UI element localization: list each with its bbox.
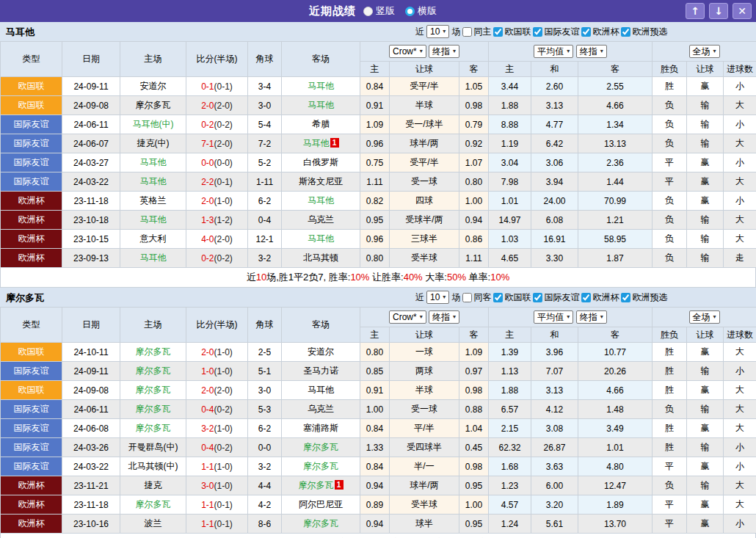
- full-match-select[interactable]: 全场▾: [689, 45, 720, 58]
- fulltime-score: 3-2: [201, 424, 214, 434]
- league-filter[interactable]: 国际友谊: [533, 26, 579, 38]
- close-button[interactable]: ✕: [733, 3, 752, 19]
- crow-home-odds-cell: 0.75: [360, 153, 390, 172]
- fulltime-score: 2-0: [201, 196, 214, 206]
- away-team-cell: 马耳他: [282, 77, 360, 96]
- layout-option-vertical[interactable]: 竖版: [363, 4, 395, 18]
- odds-stage-select-2[interactable]: 终指▾: [576, 45, 607, 58]
- layout-radio-vertical[interactable]: [363, 7, 373, 16]
- avg-away-odds-cell: 1.44: [578, 172, 653, 192]
- col-type-header: 类型: [1, 42, 62, 77]
- avg-draw-odds-cell: 3.30: [531, 249, 578, 268]
- competition-type-cell: 欧洲杯: [1, 495, 62, 515]
- date-cell: 24-09-11: [62, 77, 120, 96]
- avg-home-odds-cell: 6.57: [489, 400, 531, 419]
- league-checkbox[interactable]: [621, 27, 630, 37]
- fulltime-score: 1-3: [201, 215, 214, 225]
- fulltime-score: 0-2: [201, 253, 214, 263]
- league-filter[interactable]: 欧国联: [493, 291, 531, 304]
- filter-bar: 近 10▾ 场 同主 欧国联国际友谊欧洲杯欧洲预选: [415, 24, 667, 39]
- odds-stage-select-2[interactable]: 终指▾: [576, 310, 607, 324]
- date-cell: 24-03-27: [62, 153, 120, 172]
- average-group-header: 平均值▾ 终指▾: [489, 42, 653, 62]
- col-crow-away-header: 客: [459, 327, 489, 343]
- result-cell: 负: [653, 211, 687, 230]
- layout-option-horizontal[interactable]: 横版: [405, 4, 437, 18]
- crow-away-odds-cell: 0.98: [459, 96, 489, 115]
- full-match-select[interactable]: 全场▾: [689, 310, 720, 324]
- fulltime-score: 1-0: [201, 366, 214, 377]
- avg-away-odds-cell: 1.21: [578, 211, 653, 230]
- competition-type-cell: 国际友谊: [1, 457, 62, 476]
- date-cell: 23-11-21: [62, 476, 120, 495]
- crow-handicap-cell: 一球: [390, 343, 459, 362]
- result-cell: 胜: [653, 438, 687, 457]
- league-checkbox[interactable]: [533, 27, 542, 37]
- same-venue-checkbox[interactable]: [462, 293, 472, 302]
- league-filter[interactable]: 欧洲预选: [621, 291, 667, 304]
- result-cell: 胜: [653, 419, 687, 438]
- league-checkbox[interactable]: [493, 27, 503, 37]
- same-venue-filter[interactable]: 同主: [462, 26, 491, 38]
- corners-cell: 5-1: [248, 362, 282, 381]
- halftime-score: (0-1): [214, 177, 233, 187]
- chevron-down-icon: ▾: [453, 314, 456, 320]
- avg-away-odds-cell: 58.95: [578, 230, 653, 249]
- away-team-cell: 摩尔多瓦1: [282, 476, 360, 495]
- avg-home-odds-cell: 1.13: [489, 362, 531, 381]
- league-checkbox[interactable]: [581, 293, 591, 302]
- sections-container: 马耳他 近 10▾ 场 同主 欧国联国际友谊欧洲杯欧洲预选: [0, 22, 756, 538]
- league-filter[interactable]: 欧洲杯: [581, 26, 619, 38]
- corners-cell: 4-2: [248, 495, 282, 515]
- crow-home-odds-cell: 0.96: [360, 230, 390, 249]
- avg-away-odds-cell: 1.48: [578, 400, 653, 419]
- result-cell: 平: [653, 172, 687, 192]
- away-team-cell: 乌克兰: [282, 400, 360, 419]
- league-checkbox[interactable]: [493, 293, 503, 302]
- away-team-name: 斯洛文尼亚: [299, 176, 343, 186]
- scroll-down-button[interactable]: ↓: [709, 3, 728, 19]
- crow-handicap-cell: 受一/球半: [390, 115, 459, 134]
- result-cell: 负: [653, 115, 687, 134]
- same-venue-filter[interactable]: 同客: [462, 291, 491, 304]
- home-team-cell: 北马其顿(中): [120, 457, 186, 476]
- summary-part: 40%: [404, 272, 423, 283]
- league-filter[interactable]: 欧洲杯: [581, 291, 619, 304]
- same-venue-label: 同客: [473, 291, 491, 304]
- layout-radio-horizontal[interactable]: [405, 7, 415, 16]
- crow-home-odds-cell: 0.89: [360, 495, 390, 515]
- league-filter[interactable]: 欧洲预选: [621, 26, 667, 38]
- result-cell: 负: [653, 134, 687, 153]
- league-filter[interactable]: 国际友谊: [533, 291, 579, 304]
- avg-away-odds-cell: 20.26: [578, 362, 653, 381]
- same-venue-checkbox[interactable]: [462, 27, 472, 37]
- odds-stage-select[interactable]: 终指▾: [429, 310, 459, 324]
- score-cell: 2-2(0-1): [186, 172, 248, 192]
- match-row: 欧国联24-09-08摩尔多瓦2-0(2-0)3-0马耳他0.91半球0.981…: [1, 96, 756, 115]
- scroll-up-button[interactable]: ↑: [686, 3, 705, 19]
- bookmaker-select[interactable]: Crow*▾: [389, 45, 426, 58]
- away-team-cell: 马耳他: [282, 192, 360, 211]
- corners-cell: 5-2: [248, 153, 282, 172]
- crow-away-odds-cell: 0.92: [459, 134, 489, 153]
- match-count-select[interactable]: 10▾: [426, 291, 449, 304]
- bookmaker-select[interactable]: Crow*▾: [389, 310, 426, 324]
- league-filter[interactable]: 欧国联: [493, 26, 531, 38]
- average-group-header: 平均值▾ 终指▾: [489, 308, 653, 327]
- league-checkbox[interactable]: [533, 293, 542, 302]
- league-label: 国际友谊: [544, 291, 579, 304]
- crow-away-odds-cell: 1.07: [459, 153, 489, 172]
- crow-handicap-cell: 受半球: [390, 249, 459, 268]
- match-count-select[interactable]: 10▾: [426, 25, 449, 38]
- league-checkbox[interactable]: [581, 27, 591, 37]
- odds-stage-select[interactable]: 终指▾: [429, 45, 459, 58]
- score-cell: 0-2(0-2): [186, 249, 248, 268]
- average-select[interactable]: 平均值▾: [534, 310, 573, 324]
- col-date-header: 日期: [62, 42, 120, 77]
- avg-home-odds-cell: 1.88: [489, 96, 531, 115]
- league-checkbox[interactable]: [621, 293, 630, 302]
- handicap-result-cell: 输: [687, 249, 724, 268]
- avg-draw-odds-cell: 3.08: [531, 419, 578, 438]
- handicap-result-cell: 赢: [687, 172, 724, 192]
- average-select[interactable]: 平均值▾: [534, 45, 573, 58]
